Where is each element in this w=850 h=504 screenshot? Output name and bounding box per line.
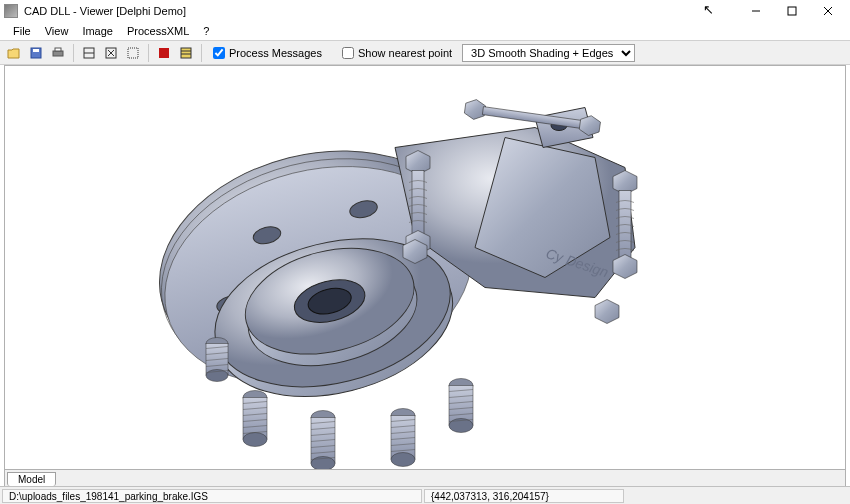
show-nearest-checkbox[interactable]: Show nearest point [342, 47, 452, 59]
minimize-button[interactable] [738, 1, 774, 21]
svg-rect-13 [181, 48, 191, 58]
svg-marker-84 [595, 300, 619, 324]
menu-help[interactable]: ? [196, 24, 216, 38]
show-nearest-label: Show nearest point [358, 47, 452, 59]
process-messages-label: Process Messages [229, 47, 322, 59]
app-icon [4, 4, 18, 18]
toolbar-separator [73, 44, 74, 62]
svg-rect-1 [788, 7, 796, 15]
close-button[interactable] [810, 1, 846, 21]
menu-file[interactable]: File [6, 24, 38, 38]
toolbar-separator [148, 44, 149, 62]
menu-view[interactable]: View [38, 24, 76, 38]
print-icon[interactable] [48, 43, 68, 63]
svg-rect-12 [159, 48, 169, 58]
status-coordinates: {442,037313, 316,204157} [424, 489, 624, 503]
zoom-extents-icon[interactable] [101, 43, 121, 63]
save-icon[interactable] [26, 43, 46, 63]
svg-point-30 [243, 433, 267, 447]
shading-mode-dropdown[interactable]: 3D Smooth Shading + Edges [462, 44, 635, 62]
menu-processxml[interactable]: ProcessXML [120, 24, 196, 38]
maximize-button[interactable] [774, 1, 810, 21]
fit-width-icon[interactable] [79, 43, 99, 63]
menu-image[interactable]: Image [75, 24, 120, 38]
svg-rect-5 [33, 49, 39, 52]
svg-rect-6 [53, 51, 63, 56]
color-swatch-icon[interactable] [154, 43, 174, 63]
3d-viewport[interactable]: Cy Design [4, 65, 846, 470]
svg-rect-11 [128, 48, 138, 58]
tab-model[interactable]: Model [7, 472, 56, 486]
toolbar-separator [201, 44, 202, 62]
window-title: CAD DLL - Viewer [Delphi Demo] [24, 5, 738, 17]
open-file-icon[interactable] [4, 43, 24, 63]
svg-rect-7 [55, 48, 61, 51]
zoom-window-icon[interactable] [123, 43, 143, 63]
status-file-path: D:\uploads_files_198141_parking_brake.IG… [2, 489, 422, 503]
process-messages-checkbox[interactable]: Process Messages [213, 47, 322, 59]
layers-icon[interactable] [176, 43, 196, 63]
svg-rect-78 [619, 191, 631, 263]
svg-point-49 [391, 453, 415, 467]
